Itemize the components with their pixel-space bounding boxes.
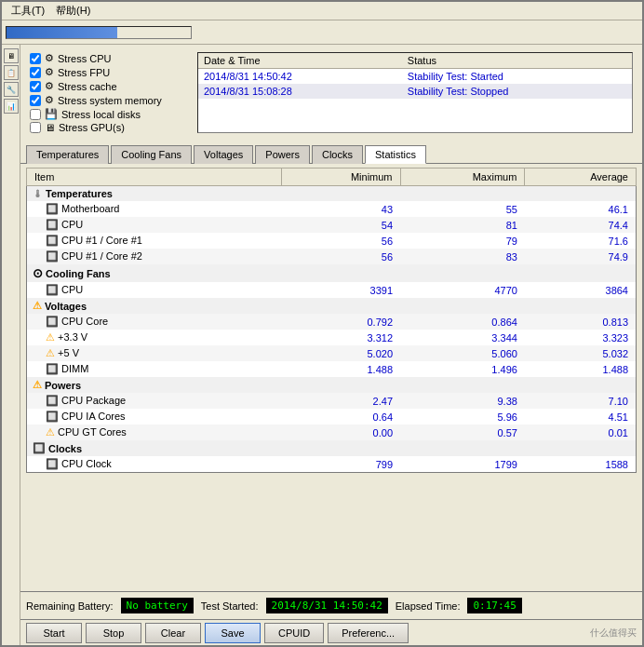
core2-icon: 🔲	[46, 250, 59, 262]
stress-fpu-icon: ⚙	[45, 66, 54, 78]
start-button[interactable]: Start	[26, 623, 82, 643]
cpu-avg: 74.4	[525, 217, 637, 233]
dimm-avg: 1.488	[525, 361, 637, 377]
fan-cpu-min: 3391	[282, 282, 401, 298]
dimm-max: 1.496	[400, 361, 525, 377]
stat-motherboard: 🔲 Motherboard 43 55 46.1	[27, 201, 637, 217]
section-voltages: ⚠ Voltages	[27, 298, 637, 314]
tab-clocks[interactable]: Clocks	[312, 145, 363, 164]
checkboxes-panel: ⚙ Stress CPU ⚙ Stress FPU ⚙ Stress cache	[26, 48, 194, 137]
pkg-min: 2.47	[282, 393, 401, 409]
cpu-core-min: 0.792	[282, 314, 401, 330]
stress-disks-row: 💾 Stress local disks	[30, 108, 190, 120]
preferences-button[interactable]: Preferenc...	[328, 623, 409, 643]
core1-min: 56	[282, 233, 401, 249]
stress-cpu-row: ⚙ Stress CPU	[30, 52, 190, 64]
stat-cpu: 🔲 CPU 54 81 74.4	[27, 217, 637, 233]
tab-voltages[interactable]: Voltages	[194, 145, 253, 164]
stat-5v: ⚠ +5 V 5.020 5.060 5.032	[27, 345, 637, 361]
pkg-icon: 🔲	[46, 395, 59, 406]
ia-icon: 🔲	[46, 411, 59, 422]
clk-section-icon: 🔲	[33, 442, 46, 454]
menu-tools[interactable]: 工具(T)	[6, 2, 50, 20]
section-temperatures: 🌡 Temperatures	[27, 186, 637, 202]
gt-icon: ⚠	[46, 426, 55, 438]
status-bar: Remaining Battery: No battery Test Start…	[20, 591, 642, 619]
cpu-max: 81	[400, 217, 525, 233]
stat-core2: 🔲 CPU #1 / Core #2 56 83 74.9	[27, 249, 637, 264]
log-row-1: 2014/8/31 14:50:42 Stability Test: Start…	[198, 69, 632, 85]
col-average: Average	[525, 168, 637, 186]
clear-button[interactable]: Clear	[145, 623, 201, 643]
stress-disks-icon: 💾	[45, 108, 58, 120]
dimm-min: 1.488	[282, 361, 401, 377]
stress-gpu-checkbox[interactable]	[30, 122, 41, 133]
content-area: 🖥 📋 🔧 📊 ⚙ Stress CPU ⚙ Stress FPU	[2, 45, 642, 645]
stress-fpu-label: Stress FPU	[58, 67, 110, 78]
stress-fpu-checkbox[interactable]	[30, 67, 41, 78]
stress-disks-checkbox[interactable]	[30, 109, 41, 120]
stress-disks-label: Stress local disks	[61, 109, 141, 120]
sidebar-icon-2[interactable]: 📋	[4, 65, 19, 80]
gt-min: 0.00	[282, 425, 401, 440]
fan-section-icon: ⊙	[33, 266, 43, 280]
stat-gt-cores: ⚠ CPU GT Cores 0.00 0.57 0.01	[27, 425, 637, 440]
stat-core1: 🔲 CPU #1 / Core #1 56 79 71.6	[27, 233, 637, 249]
stress-cpu-checkbox[interactable]	[30, 53, 41, 64]
stress-memory-label: Stress system memory	[58, 95, 162, 106]
log-datetime-2: 2014/8/31 15:08:28	[198, 84, 402, 99]
log-status-1: Stability Test: Started	[402, 69, 632, 85]
ia-avg: 4.51	[525, 409, 637, 425]
cpu-icon-1: 🔲	[46, 219, 59, 230]
log-datetime-1: 2014/8/31 14:50:42	[198, 69, 402, 85]
save-button[interactable]: Save	[205, 623, 261, 643]
stat-cpu-package: 🔲 CPU Package 2.47 9.38 7.10	[27, 393, 637, 409]
cpu-core-max: 0.864	[400, 314, 525, 330]
stat-cpu-clock: 🔲 CPU Clock 799 1799 1588	[27, 456, 637, 473]
cpuid-button[interactable]: CPUID	[264, 623, 324, 643]
col-item: Item	[27, 168, 282, 186]
mb-max: 55	[400, 201, 525, 217]
elapsed-label: Elapsed Time:	[396, 600, 461, 612]
tab-powers[interactable]: Powers	[255, 145, 310, 164]
clk-max: 1799	[400, 456, 525, 473]
5v-max: 5.060	[400, 345, 525, 361]
stress-memory-checkbox[interactable]	[30, 95, 41, 106]
tab-cooling-fans[interactable]: Cooling Fans	[111, 145, 192, 164]
cpu-min: 54	[282, 217, 401, 233]
log-table: Date & Time Status 2014/8/31 14:50:42 St…	[198, 53, 632, 99]
bottom-bar: Start Stop Clear Save CPUID Preferenc...…	[20, 619, 642, 645]
mb-icon: 🔲	[46, 203, 59, 214]
clk-cpu-icon: 🔲	[46, 458, 59, 469]
gt-avg: 0.01	[525, 425, 637, 440]
stats-panel: Item Minimum Maximum Average 🌡	[20, 164, 642, 591]
clk-min: 799	[282, 456, 401, 473]
tab-temperatures[interactable]: Temperatures	[26, 145, 109, 164]
stress-cpu-label: Stress CPU	[58, 53, 111, 64]
fan-cpu-avg: 3864	[525, 282, 637, 298]
sidebar-icon-4[interactable]: 📊	[4, 99, 19, 114]
stat-cpu-core: 🔲 CPU Core 0.792 0.864 0.813	[27, 314, 637, 330]
5v-icon: ⚠	[46, 347, 55, 358]
log-row-2: 2014/8/31 15:08:28 Stability Test: Stopp…	[198, 84, 632, 99]
core1-max: 79	[400, 233, 525, 249]
stop-button[interactable]: Stop	[86, 623, 141, 643]
pwr-section-icon: ⚠	[33, 379, 42, 391]
tab-statistics[interactable]: Statistics	[365, 145, 426, 164]
main-window: 工具(T) 帮助(H) 🖥 📋 🔧 📊 ⚙ Stress CPU	[0, 0, 644, 647]
sidebar-icon-3[interactable]: 🔧	[4, 82, 19, 97]
stress-cache-icon: ⚙	[45, 80, 54, 92]
fan-cpu-max: 4770	[400, 282, 525, 298]
menu-help[interactable]: 帮助(H)	[50, 2, 96, 20]
section-clocks: 🔲 Clocks	[27, 440, 637, 456]
section-temperatures-title: 🌡 Temperatures	[27, 186, 637, 202]
test-started-value: 2014/8/31 14:50:42	[266, 598, 388, 613]
5v-avg: 5.032	[525, 345, 637, 361]
33v-icon: ⚠	[46, 331, 55, 343]
core1-avg: 71.6	[525, 233, 637, 249]
stress-cache-checkbox[interactable]	[30, 81, 41, 92]
core1-icon: 🔲	[46, 235, 59, 246]
stress-cache-row: ⚙ Stress cache	[30, 80, 190, 92]
pkg-max: 9.38	[400, 393, 525, 409]
sidebar-icon-1[interactable]: 🖥	[4, 48, 19, 63]
